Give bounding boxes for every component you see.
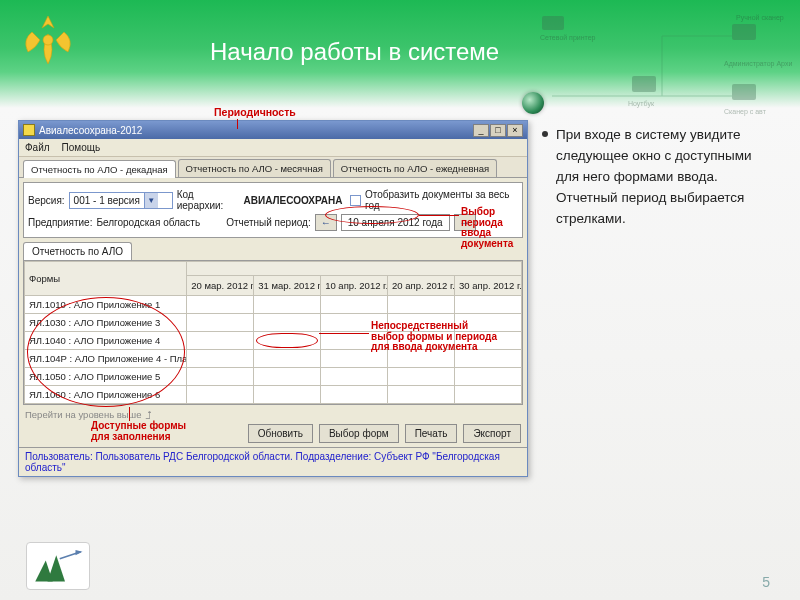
print-button[interactable]: Печать: [405, 424, 458, 443]
version-label: Версия:: [28, 195, 65, 206]
tab-month[interactable]: Отчетность по АЛО - месячная: [178, 159, 331, 177]
status-bar: Пользователь: Пользователь РДС Белгородс…: [19, 447, 527, 476]
close-button[interactable]: ×: [507, 124, 523, 137]
col-forms: Формы: [25, 262, 187, 296]
row-5[interactable]: ЯЛ.1060 : АЛО Приложение 6: [25, 386, 187, 404]
show-all-year-checkbox[interactable]: [350, 195, 361, 206]
filter-panel: Версия: 001 - 1 версия▼ Код иерархии: АВ…: [23, 182, 523, 238]
svg-rect-6: [732, 24, 756, 40]
menu-file[interactable]: Файл: [25, 142, 50, 153]
period-next-button[interactable]: →: [454, 214, 476, 231]
annotation-periodicity: Периодичность: [214, 106, 296, 118]
app-window: Периодичность Авиалесоохрана-2012 _ □ × …: [18, 120, 528, 477]
tab-daily[interactable]: Отчетность по АЛО - ежедневная: [333, 159, 497, 177]
globe-icon: [522, 92, 544, 114]
menu-help[interactable]: Помощь: [62, 142, 101, 153]
forms-grid: Формы 20 мар. 2012 г. 31 мар. 2012 г. 10…: [23, 260, 523, 405]
col-date-1[interactable]: 31 мар. 2012 г.: [254, 276, 321, 296]
svg-rect-4: [542, 16, 564, 30]
hierarchy-label: Код иерархии:: [177, 189, 240, 211]
row-1[interactable]: ЯЛ.1030 : АЛО Приложение 3: [25, 314, 187, 332]
row-0[interactable]: ЯЛ.1010 : АЛО Приложение 1: [25, 296, 187, 314]
minimize-button[interactable]: _: [473, 124, 489, 137]
row-3[interactable]: ЯЛ.104Р : АЛО Приложение 4 - План: [25, 350, 187, 368]
choose-forms-button[interactable]: Выбор форм: [319, 424, 399, 443]
svg-text:Сетевой принтер: Сетевой принтер: [540, 34, 596, 42]
footer-logo: [26, 542, 90, 590]
svg-text:Ручной сканер: Ручной сканер: [736, 14, 784, 22]
window-title: Авиалесоохрана-2012: [39, 125, 473, 136]
enterprise-value: Белгородская область: [96, 217, 200, 228]
svg-rect-7: [732, 84, 756, 100]
version-select[interactable]: 001 - 1 версия▼: [69, 192, 173, 209]
emblem-icon: [18, 10, 78, 70]
hierarchy-value: АВИАЛЕСООХРАНА: [244, 195, 343, 206]
chevron-down-icon: ▼: [144, 193, 158, 208]
svg-rect-5: [632, 76, 656, 92]
side-description: При входе в систему увидите следующее ок…: [556, 125, 776, 230]
sub-tabs: Отчетность по АЛО: [19, 242, 527, 260]
col-date-3[interactable]: 20 апр. 2012 г.: [388, 276, 455, 296]
enterprise-label: Предприятие:: [28, 217, 92, 228]
col-date-0[interactable]: 20 мар. 2012 г.: [187, 276, 254, 296]
row-2[interactable]: ЯЛ.1040 : АЛО Приложение 4: [25, 332, 187, 350]
slide-title: Начало работы в системе: [210, 38, 499, 66]
show-all-year-label: Отобразить документы за весь год: [365, 189, 518, 211]
report-period-label: Отчетный период:: [226, 217, 311, 228]
export-button[interactable]: Экспорт: [463, 424, 521, 443]
subtab-alo[interactable]: Отчетность по АЛО: [23, 242, 132, 260]
page-number: 5: [762, 574, 770, 590]
row-4[interactable]: ЯЛ.1050 : АЛО Приложение 5: [25, 368, 187, 386]
titlebar: Авиалесоохрана-2012 _ □ ×: [19, 121, 527, 139]
toolbar: Обновить Выбор форм Печать Экспорт: [19, 422, 527, 447]
col-date-4[interactable]: 30 апр. 2012 г.: [455, 276, 522, 296]
main-tabs: Отчетность по АЛО - декадная Отчетность …: [19, 157, 527, 178]
menubar: Файл Помощь: [19, 139, 527, 157]
period-prev-button[interactable]: ←: [315, 214, 337, 231]
svg-text:Сканер с авт: Сканер с авт: [724, 108, 767, 116]
col-date-2[interactable]: 10 апр. 2012 г.: [321, 276, 388, 296]
maximize-button[interactable]: □: [490, 124, 506, 137]
svg-text:Администратор Архива: Администратор Архива: [724, 60, 792, 68]
background-network-diagram: Сетевой принтер Ручной сканер Ноутбук Ад…: [532, 6, 792, 126]
slide: Сетевой принтер Ручной сканер Ноутбук Ад…: [0, 0, 800, 600]
app-icon: [23, 124, 35, 136]
svg-text:Ноутбук: Ноутбук: [628, 100, 655, 108]
refresh-button[interactable]: Обновить: [248, 424, 313, 443]
go-up-link[interactable]: Перейти на уровень выше ⮥: [25, 409, 521, 420]
tab-decade[interactable]: Отчетность по АЛО - декадная: [23, 160, 176, 178]
svg-point-13: [43, 35, 53, 45]
period-date[interactable]: 10 апреля 2012 года: [341, 214, 450, 231]
